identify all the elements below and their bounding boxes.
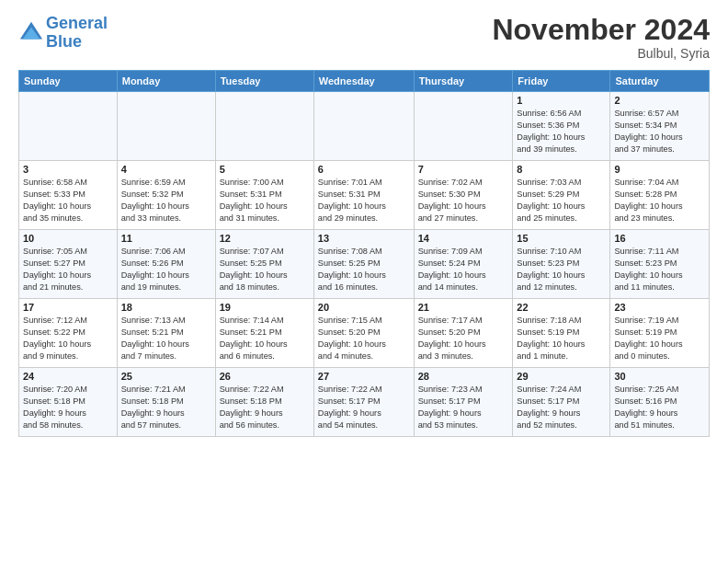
week-row-2: 3Sunrise: 6:58 AMSunset: 5:33 PMDaylight… [19, 161, 710, 230]
day-number: 8 [517, 164, 606, 175]
calendar-cell-w1-d5 [414, 92, 513, 161]
col-monday: Monday [117, 71, 215, 92]
calendar-cell-w1-d2 [117, 92, 215, 161]
day-info: Sunrise: 7:22 AMSunset: 5:18 PMDaylight:… [220, 384, 310, 431]
logo-line1: General [46, 14, 108, 32]
day-number: 18 [121, 302, 211, 313]
day-info: Sunrise: 7:03 AMSunset: 5:29 PMDaylight:… [517, 177, 606, 224]
day-number: 19 [220, 302, 310, 313]
day-info: Sunrise: 7:08 AMSunset: 5:25 PMDaylight:… [318, 246, 410, 293]
calendar-cell-w4-d1: 17Sunrise: 7:12 AMSunset: 5:22 PMDayligh… [19, 299, 118, 368]
calendar-cell-w4-d2: 18Sunrise: 7:13 AMSunset: 5:21 PMDayligh… [117, 299, 215, 368]
col-friday: Friday [513, 71, 610, 92]
day-info: Sunrise: 7:18 AMSunset: 5:19 PMDaylight:… [517, 315, 606, 362]
day-info: Sunrise: 7:04 AMSunset: 5:28 PMDaylight:… [614, 177, 705, 224]
calendar-cell-w5-d5: 28Sunrise: 7:23 AMSunset: 5:17 PMDayligh… [414, 368, 513, 437]
calendar-header-row: Sunday Monday Tuesday Wednesday Thursday… [19, 71, 710, 92]
calendar-table: Sunday Monday Tuesday Wednesday Thursday… [18, 70, 710, 437]
day-number: 3 [23, 164, 113, 175]
calendar-cell-w1-d6: 1Sunrise: 6:56 AMSunset: 5:36 PMDaylight… [513, 92, 610, 161]
day-info: Sunrise: 7:06 AMSunset: 5:26 PMDaylight:… [121, 246, 211, 293]
day-number: 22 [517, 302, 606, 313]
day-info: Sunrise: 7:10 AMSunset: 5:23 PMDaylight:… [517, 246, 606, 293]
logo-icon [18, 20, 44, 46]
logo-text: General Blue [46, 15, 108, 52]
day-number: 11 [121, 233, 211, 244]
day-info: Sunrise: 6:57 AMSunset: 5:34 PMDaylight:… [614, 108, 705, 155]
calendar-cell-w1-d1 [19, 92, 118, 161]
calendar-cell-w2-d3: 5Sunrise: 7:00 AMSunset: 5:31 PMDaylight… [215, 161, 313, 230]
header: General Blue November 2024 Bulbul, Syria [18, 15, 710, 61]
day-info: Sunrise: 7:17 AMSunset: 5:20 PMDaylight:… [418, 315, 509, 362]
calendar-cell-w3-d7: 16Sunrise: 7:11 AMSunset: 5:23 PMDayligh… [610, 230, 710, 299]
day-info: Sunrise: 7:20 AMSunset: 5:18 PMDaylight:… [23, 384, 113, 431]
day-number: 26 [220, 371, 310, 382]
col-sunday: Sunday [19, 71, 118, 92]
calendar-cell-w3-d2: 11Sunrise: 7:06 AMSunset: 5:26 PMDayligh… [117, 230, 215, 299]
day-number: 20 [318, 302, 410, 313]
day-number: 1 [517, 95, 606, 106]
day-number: 5 [220, 164, 310, 175]
day-number: 4 [121, 164, 211, 175]
calendar-cell-w4-d6: 22Sunrise: 7:18 AMSunset: 5:19 PMDayligh… [513, 299, 610, 368]
col-saturday: Saturday [610, 71, 710, 92]
title-block: November 2024 Bulbul, Syria [492, 15, 710, 61]
calendar-cell-w5-d3: 26Sunrise: 7:22 AMSunset: 5:18 PMDayligh… [215, 368, 313, 437]
day-number: 9 [614, 164, 705, 175]
day-number: 16 [614, 233, 705, 244]
page: General Blue November 2024 Bulbul, Syria… [0, 0, 728, 563]
day-info: Sunrise: 7:09 AMSunset: 5:24 PMDaylight:… [418, 246, 509, 293]
day-info: Sunrise: 7:07 AMSunset: 5:25 PMDaylight:… [220, 246, 310, 293]
day-number: 25 [121, 371, 211, 382]
calendar-cell-w1-d4 [313, 92, 414, 161]
calendar-cell-w4-d4: 20Sunrise: 7:15 AMSunset: 5:20 PMDayligh… [313, 299, 414, 368]
month-title: November 2024 [492, 15, 710, 44]
day-info: Sunrise: 7:12 AMSunset: 5:22 PMDaylight:… [23, 315, 113, 362]
day-number: 6 [318, 164, 410, 175]
day-number: 7 [418, 164, 509, 175]
day-number: 24 [23, 371, 113, 382]
calendar-cell-w1-d7: 2Sunrise: 6:57 AMSunset: 5:34 PMDaylight… [610, 92, 710, 161]
day-info: Sunrise: 7:15 AMSunset: 5:20 PMDaylight:… [318, 315, 410, 362]
day-info: Sunrise: 6:58 AMSunset: 5:33 PMDaylight:… [23, 177, 113, 224]
day-info: Sunrise: 7:11 AMSunset: 5:23 PMDaylight:… [614, 246, 705, 293]
calendar-cell-w2-d2: 4Sunrise: 6:59 AMSunset: 5:32 PMDaylight… [117, 161, 215, 230]
col-wednesday: Wednesday [313, 71, 414, 92]
calendar-cell-w2-d4: 6Sunrise: 7:01 AMSunset: 5:31 PMDaylight… [313, 161, 414, 230]
location: Bulbul, Syria [492, 46, 710, 61]
day-info: Sunrise: 7:00 AMSunset: 5:31 PMDaylight:… [220, 177, 310, 224]
day-number: 10 [23, 233, 113, 244]
calendar-cell-w4-d3: 19Sunrise: 7:14 AMSunset: 5:21 PMDayligh… [215, 299, 313, 368]
calendar-cell-w3-d5: 14Sunrise: 7:09 AMSunset: 5:24 PMDayligh… [414, 230, 513, 299]
calendar-cell-w4-d7: 23Sunrise: 7:19 AMSunset: 5:19 PMDayligh… [610, 299, 710, 368]
day-info: Sunrise: 7:19 AMSunset: 5:19 PMDaylight:… [614, 315, 705, 362]
day-info: Sunrise: 7:13 AMSunset: 5:21 PMDaylight:… [121, 315, 211, 362]
day-number: 23 [614, 302, 705, 313]
logo-line2: Blue [46, 32, 82, 51]
col-tuesday: Tuesday [215, 71, 313, 92]
logo: General Blue [18, 15, 108, 52]
day-info: Sunrise: 7:25 AMSunset: 5:16 PMDaylight:… [614, 384, 705, 431]
day-number: 12 [220, 233, 310, 244]
day-number: 27 [318, 371, 410, 382]
calendar-cell-w3-d4: 13Sunrise: 7:08 AMSunset: 5:25 PMDayligh… [313, 230, 414, 299]
week-row-1: 1Sunrise: 6:56 AMSunset: 5:36 PMDaylight… [19, 92, 710, 161]
calendar-cell-w5-d1: 24Sunrise: 7:20 AMSunset: 5:18 PMDayligh… [19, 368, 118, 437]
day-info: Sunrise: 6:59 AMSunset: 5:32 PMDaylight:… [121, 177, 211, 224]
day-number: 15 [517, 233, 606, 244]
day-number: 17 [23, 302, 113, 313]
week-row-3: 10Sunrise: 7:05 AMSunset: 5:27 PMDayligh… [19, 230, 710, 299]
day-info: Sunrise: 7:14 AMSunset: 5:21 PMDaylight:… [220, 315, 310, 362]
calendar-cell-w5-d4: 27Sunrise: 7:22 AMSunset: 5:17 PMDayligh… [313, 368, 414, 437]
day-info: Sunrise: 7:22 AMSunset: 5:17 PMDaylight:… [318, 384, 410, 431]
day-number: 14 [418, 233, 509, 244]
day-number: 13 [318, 233, 410, 244]
day-number: 21 [418, 302, 509, 313]
calendar-cell-w5-d6: 29Sunrise: 7:24 AMSunset: 5:17 PMDayligh… [513, 368, 610, 437]
calendar-cell-w3-d6: 15Sunrise: 7:10 AMSunset: 5:23 PMDayligh… [513, 230, 610, 299]
day-info: Sunrise: 6:56 AMSunset: 5:36 PMDaylight:… [517, 108, 606, 155]
calendar-cell-w5-d7: 30Sunrise: 7:25 AMSunset: 5:16 PMDayligh… [610, 368, 710, 437]
col-thursday: Thursday [414, 71, 513, 92]
day-info: Sunrise: 7:21 AMSunset: 5:18 PMDaylight:… [121, 384, 211, 431]
week-row-4: 17Sunrise: 7:12 AMSunset: 5:22 PMDayligh… [19, 299, 710, 368]
